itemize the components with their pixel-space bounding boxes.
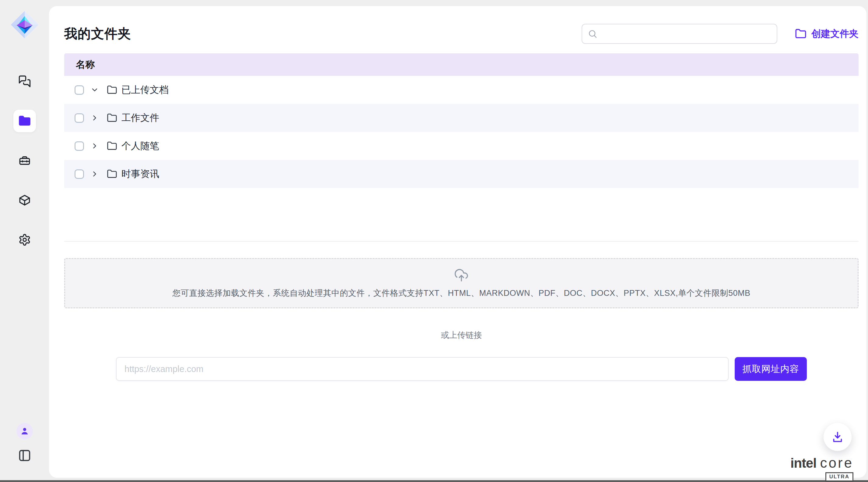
row-checkbox[interactable]: [74, 141, 84, 151]
page-header: 我的文件夹 创建文件夹: [64, 23, 859, 45]
page-title: 我的文件夹: [64, 25, 582, 42]
gem-logo-icon: [10, 10, 39, 39]
table-header-row: 名称: [64, 53, 859, 76]
ultra-badge: ULTRA: [826, 472, 854, 481]
chevron-right-icon[interactable]: [90, 142, 99, 150]
chevron-down-icon[interactable]: [90, 86, 99, 94]
folder-name: 个人随笔: [121, 140, 159, 152]
table-empty-space: [64, 188, 859, 242]
sidebar-item-models[interactable]: [13, 189, 36, 211]
upload-dropzone[interactable]: 您可直接选择加载文件夹，系统自动处理其中的文件，文件格式支持TXT、HTML、M…: [64, 258, 859, 308]
folder-icon: [107, 113, 117, 123]
window-bottom-edge: [0, 480, 868, 482]
sidebar-item-chat[interactable]: [13, 70, 36, 93]
folder-icon: [107, 169, 117, 179]
user-icon: [20, 426, 30, 436]
folder-name: 工作文件: [121, 112, 159, 124]
intel-core-ultra-logo: intel core ULTRA: [790, 455, 854, 481]
main-panel: 我的文件夹 创建文件夹 名称: [49, 6, 866, 478]
row-checkbox[interactable]: [74, 169, 84, 179]
upload-link-label: 或上传链接: [64, 330, 859, 341]
folder-plus-icon: [795, 28, 807, 39]
folder-name: 时事资讯: [121, 168, 159, 180]
table-row[interactable]: 工作文件: [64, 104, 859, 132]
link-upload-row: 抓取网址内容: [64, 357, 859, 381]
url-input[interactable]: [116, 357, 728, 381]
folder-name: 已上传文档: [121, 84, 168, 96]
sidebar-item-folders[interactable]: [13, 110, 36, 132]
search-icon: [588, 29, 597, 39]
upload-hint-text: 您可直接选择加载文件夹，系统自动处理其中的文件，文件格式支持TXT、HTML、M…: [172, 288, 750, 299]
chevron-right-icon[interactable]: [90, 114, 99, 122]
search-box[interactable]: [582, 24, 777, 44]
toolbox-icon: [18, 154, 31, 167]
sidebar-item-settings[interactable]: [13, 228, 36, 251]
download-fab-button[interactable]: [824, 423, 851, 451]
intel-wordmark: intel: [790, 455, 816, 471]
table-row[interactable]: 时事资讯: [64, 160, 859, 188]
sidebar-item-toolbox[interactable]: [13, 149, 36, 172]
app-window: 我的文件夹 创建文件夹 名称: [0, 0, 868, 482]
column-header-name: 名称: [76, 58, 95, 71]
row-checkbox[interactable]: [74, 113, 84, 123]
table-row[interactable]: 个人随笔: [64, 132, 859, 160]
chevron-right-icon[interactable]: [90, 170, 99, 178]
table-row[interactable]: 已上传文档: [64, 76, 859, 104]
panel-left-icon: [18, 449, 32, 462]
panel-toggle-button[interactable]: [18, 449, 32, 462]
core-wordmark: core: [820, 455, 854, 471]
cloud-upload-icon: [454, 268, 469, 283]
cube-icon: [18, 194, 31, 206]
sidebar-nav: [13, 70, 36, 251]
row-checkbox[interactable]: [74, 85, 84, 95]
create-folder-label: 创建文件夹: [811, 27, 859, 40]
fetch-url-button[interactable]: 抓取网址内容: [735, 357, 807, 381]
user-avatar[interactable]: [17, 423, 33, 440]
sidebar: [0, 0, 49, 480]
folder-icon: [107, 85, 117, 95]
create-folder-button[interactable]: 创建文件夹: [795, 27, 859, 40]
folder-icon: [18, 115, 31, 127]
folder-icon: [107, 141, 117, 151]
chat-icon: [18, 75, 31, 88]
search-input[interactable]: [602, 24, 771, 43]
app-logo: [10, 10, 39, 39]
settings-gear-icon: [18, 233, 31, 246]
folder-table: 名称 已上传文档 工作文件: [64, 53, 859, 242]
download-icon: [832, 431, 844, 443]
